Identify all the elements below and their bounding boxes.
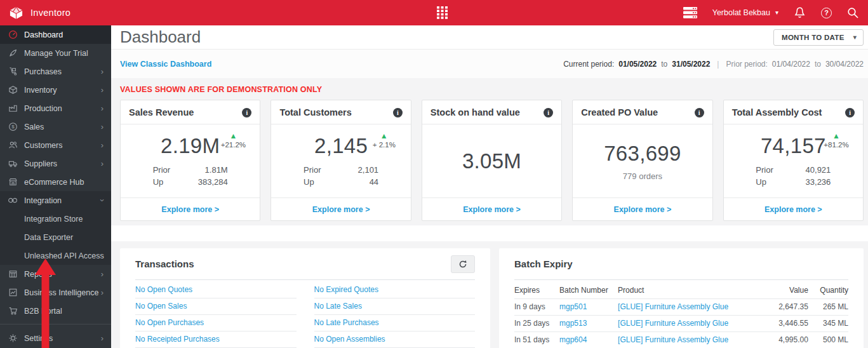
search-icon[interactable] bbox=[847, 7, 859, 19]
sidebar-item-integration[interactable]: Integration › bbox=[0, 191, 111, 210]
kpi-card-stock-on-hand: Stock on hand value i 3.05M Explore more… bbox=[422, 100, 562, 221]
explore-more-link[interactable]: Explore more > bbox=[614, 205, 672, 214]
kpi-prior-block: Prior 40,921 Up 33,236 bbox=[756, 164, 831, 189]
kpi-card-total-customers: Total Customers i 2,145 ▲ + 2.1% Prior 2… bbox=[270, 100, 411, 221]
sidebar-item-ecommerce-hub[interactable]: eCommerce Hub bbox=[0, 173, 111, 191]
prior-period-to: 30/04/2022 bbox=[825, 60, 864, 69]
svg-text:$: $ bbox=[11, 124, 15, 130]
period-select-button[interactable]: MONTH TO DATE ▾ bbox=[773, 29, 864, 46]
transaction-link[interactable]: No Open Assemblies bbox=[314, 335, 385, 344]
transaction-link[interactable]: No Open Purchases bbox=[135, 318, 204, 327]
view-classic-dashboard-link[interactable]: View Classic Dashboard bbox=[120, 60, 211, 69]
sidebar-item-data-exporter[interactable]: Data Exporter bbox=[0, 228, 111, 246]
value-cell: 3,446.55 bbox=[768, 316, 808, 332]
batch-number-link[interactable]: mgp604 bbox=[559, 335, 587, 344]
sidebar-item-unleashed-api-access[interactable]: Unleashed API Access bbox=[0, 246, 111, 265]
app-logo[interactable]: Inventoro bbox=[9, 6, 70, 20]
quantity-cell: 345 ML bbox=[808, 316, 848, 332]
caret-down-icon: ▾ bbox=[853, 34, 857, 41]
sidebar-item-reports[interactable]: Reports › bbox=[0, 265, 111, 283]
user-menu[interactable]: Yerbolat Bekbau ▾ bbox=[712, 8, 778, 17]
kpi-delta: ▲ +21.2% bbox=[216, 132, 250, 149]
sidebar-item-production[interactable]: Production › bbox=[0, 99, 111, 117]
transaction-link[interactable]: No Late Sales bbox=[314, 302, 362, 311]
transaction-link[interactable]: No Receipted Purchases bbox=[135, 335, 220, 344]
transaction-link[interactable]: No Late Purchases bbox=[314, 318, 379, 327]
kpi-value: 3.05M bbox=[431, 149, 553, 173]
prior-label: Prior bbox=[304, 164, 357, 177]
product-link[interactable]: [GLUE] Furniture Assembly Glue bbox=[618, 319, 728, 328]
info-icon[interactable]: i bbox=[845, 108, 855, 117]
transactions-row: No Receipted Purchases No Open Assemblie… bbox=[135, 331, 475, 348]
sidebar-divider bbox=[0, 324, 111, 325]
sidebar-item-settings[interactable]: Settings › bbox=[0, 329, 111, 347]
batch-number-link[interactable]: mgp513 bbox=[559, 319, 587, 328]
chevron-right-icon: › bbox=[101, 159, 103, 168]
rocket-icon bbox=[8, 48, 18, 58]
kpi-card-title: Stock on hand value bbox=[431, 107, 520, 117]
explore-more-link[interactable]: Explore more > bbox=[161, 205, 219, 214]
transactions-row: No Open Sales No Late Sales bbox=[135, 298, 475, 315]
product-link[interactable]: [GLUE] Furniture Assembly Glue bbox=[618, 302, 728, 311]
sidebar-item-inventory[interactable]: Inventory › bbox=[0, 81, 111, 99]
column-header-product: Product bbox=[618, 281, 768, 299]
transaction-link[interactable]: No Expired Quotes bbox=[314, 285, 378, 294]
kpi-prior-block: Prior 1.81M Up 383,284 bbox=[153, 164, 228, 189]
kpi-card-sales-revenue: Sales Revenue i 2.19M ▲ +21.2% Prior 1.8… bbox=[120, 100, 260, 221]
kpi-delta-percent: +21.2% bbox=[221, 141, 246, 149]
cube-logo-icon bbox=[9, 6, 23, 20]
kpi-value: 763,699 bbox=[581, 142, 704, 166]
period-info: Current period: 01/05/2022 to 31/05/2022… bbox=[563, 60, 864, 69]
prior-label: Prior bbox=[153, 164, 198, 177]
brand-name: Inventoro bbox=[30, 8, 70, 18]
notifications-bell-icon[interactable] bbox=[794, 6, 806, 20]
transactions-row: No Open Purchases No Late Purchases bbox=[135, 315, 475, 331]
sidebar-item-suppliers[interactable]: Suppliers › bbox=[0, 154, 111, 173]
sidebar-item-customers[interactable]: Customers › bbox=[0, 136, 111, 154]
up-value: 383,284 bbox=[198, 176, 228, 189]
quantity-cell: 265 ML bbox=[808, 299, 848, 316]
chevron-right-icon: › bbox=[101, 86, 103, 94]
info-icon[interactable]: i bbox=[242, 108, 251, 117]
triangle-up-icon: ▲ bbox=[832, 132, 840, 140]
main-content: Dashboard MONTH TO DATE ▾ View Classic D… bbox=[111, 25, 868, 348]
kpi-caption: 779 orders bbox=[581, 171, 704, 181]
info-icon[interactable]: i bbox=[695, 108, 704, 117]
column-header-value: Value bbox=[768, 281, 808, 299]
help-icon[interactable]: ? bbox=[821, 8, 832, 18]
batch-number-link[interactable]: mgp501 bbox=[559, 302, 587, 311]
sidebar-item-sales[interactable]: $ Sales › bbox=[0, 117, 111, 136]
explore-more-link[interactable]: Explore more > bbox=[765, 205, 822, 214]
sidebar-item-dashboard[interactable]: Dashboard bbox=[0, 25, 111, 44]
caret-down-icon: ▾ bbox=[775, 10, 778, 16]
current-period-to: 31/05/2022 bbox=[672, 60, 710, 69]
topbar: Inventoro bbox=[0, 0, 868, 25]
product-link[interactable]: [GLUE] Furniture Assembly Glue bbox=[618, 335, 728, 344]
prior-period-from: 01/04/2022 bbox=[772, 60, 810, 69]
transaction-link[interactable]: No Open Sales bbox=[135, 302, 187, 311]
chart-icon bbox=[8, 288, 18, 297]
kpi-card-created-po-value: Created PO Value i 763,699 779 orders Ex… bbox=[572, 100, 712, 221]
info-icon[interactable]: i bbox=[544, 108, 553, 117]
sidebar-item-b2b-portal[interactable]: B2B Portal bbox=[0, 302, 111, 320]
chevron-down-icon: › bbox=[98, 199, 106, 201]
server-icon[interactable] bbox=[683, 7, 697, 18]
prior-value: 40,921 bbox=[806, 164, 831, 177]
info-icon[interactable]: i bbox=[393, 108, 403, 117]
sidebar-item-business-intelligence[interactable]: Business Intelligence › bbox=[0, 283, 111, 302]
refresh-button[interactable] bbox=[451, 255, 475, 273]
transaction-link[interactable]: No Open Quotes bbox=[135, 285, 192, 294]
batch-expiry-panel: Batch Expiry Expires Batch Number Produc… bbox=[499, 248, 864, 348]
explore-more-link[interactable]: Explore more > bbox=[312, 205, 370, 214]
kpi-card-title: Total Customers bbox=[279, 107, 351, 117]
app-grid-icon[interactable] bbox=[437, 0, 448, 25]
people-icon bbox=[8, 140, 18, 150]
sidebar-item-integration-store[interactable]: Integration Store bbox=[0, 210, 111, 228]
value-cell: 4,995.00 bbox=[768, 332, 808, 348]
truck-icon bbox=[8, 159, 18, 168]
sidebar-item-manage-your-trial[interactable]: Manage Your Trial bbox=[0, 44, 111, 62]
table-row: In 51 days mgp604 [GLUE] Furniture Assem… bbox=[514, 332, 848, 348]
explore-more-link[interactable]: Explore more > bbox=[463, 205, 521, 214]
sub-header: View Classic Dashboard Current period: 0… bbox=[111, 50, 868, 78]
sidebar-item-purchases[interactable]: Purchases › bbox=[0, 62, 111, 81]
